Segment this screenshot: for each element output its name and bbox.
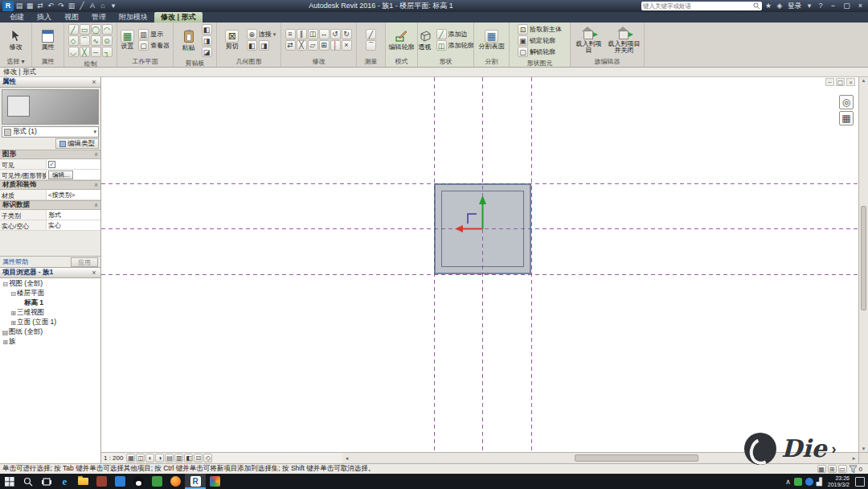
unlock-profiles-button[interactable]: ▢ 解锁轮廓 [517, 47, 563, 57]
dimension-icon[interactable]: ⌒ [366, 40, 376, 51]
collapse-node-icon[interactable]: ⊟ [10, 290, 17, 298]
sign-in-dropdown-icon[interactable]: ▾ [805, 1, 814, 11]
align-icon[interactable]: ≡ [285, 29, 296, 39]
join-geometry-button[interactable]: ⊕ 连接 ▾ [246, 29, 277, 39]
view-restore-icon[interactable]: ▢ [836, 78, 845, 86]
print-icon[interactable]: ▥ [67, 1, 76, 11]
draw-center-arc-icon[interactable]: ◡ [68, 47, 79, 57]
default-3d-view-icon[interactable]: ⌂ [98, 1, 108, 11]
app-menu-button[interactable]: R [2, 1, 14, 11]
load-into-project-and-close-button[interactable]: 载入到项目并关闭 [607, 26, 641, 55]
rotate-icon[interactable]: ↺ [330, 29, 341, 39]
tree-item-level-1[interactable]: 标高 1 [0, 298, 100, 308]
draw-spline-icon[interactable]: ∿ [91, 35, 101, 46]
edit-type-button[interactable]: 编辑类型 [55, 138, 99, 149]
draw-segment-icon[interactable]: ─ [91, 47, 101, 57]
type-selector-dropdown-icon[interactable]: ▾ [93, 129, 96, 135]
tray-expand-icon[interactable]: ∧ [785, 478, 791, 486]
sign-in-button[interactable]: 登录 [786, 2, 803, 11]
show-workplane-button[interactable]: ▥ 显示 [137, 29, 170, 39]
taskbar-app-explorer[interactable] [74, 474, 92, 489]
zoom-tool-icon[interactable]: ▦ [839, 111, 854, 125]
group-label-divide[interactable]: 分割 [474, 57, 509, 67]
viewer-button[interactable]: ▢ 查看器 [137, 40, 170, 51]
scale-icon[interactable]: ▱ [308, 40, 318, 51]
edit-overrides-button[interactable]: 编辑... [48, 171, 73, 179]
solid-void-value[interactable]: 实心 [47, 220, 100, 230]
draw-rectangle-icon[interactable]: ▭ [80, 24, 90, 35]
text-icon[interactable]: A [88, 1, 97, 11]
draw-line-icon[interactable]: ╱ [68, 24, 79, 35]
taskbar-search-button[interactable] [18, 474, 37, 489]
scroll-right-icon[interactable]: ▸ [850, 455, 858, 462]
action-center-icon[interactable] [855, 477, 865, 487]
help-icon[interactable]: ? [816, 1, 825, 11]
scroll-left-icon[interactable]: ◂ [342, 455, 351, 462]
draw-fillet-arc-icon[interactable]: ⌒ [80, 35, 90, 46]
network-icon[interactable]: ▟ [817, 478, 822, 486]
drawing-area[interactable]: − ▢ × ◎ ▦ 1 : 200 ▦ ◫ ◐ ◑ ▤ ▥ ◧ ⊡ ◇ ◂ ▸ … [101, 77, 868, 463]
divide-surface-button[interactable]: ▦ 分割表面 [477, 30, 506, 51]
project-browser-header[interactable]: 项目浏览器 - 族1 × [0, 268, 100, 278]
shadows-icon[interactable]: ◑ [155, 454, 164, 462]
tab-insert[interactable]: 插入 [31, 12, 58, 23]
tab-view[interactable]: 视图 [58, 12, 85, 23]
trim-icon[interactable]: ╳ [297, 40, 307, 51]
tab-addins[interactable]: 附加模块 [113, 12, 154, 23]
subcategory-value[interactable]: 形式 [47, 210, 100, 220]
tree-item-floor-plans[interactable]: ⊟ 楼层平面 [0, 289, 100, 298]
minimize-button[interactable]: − [827, 1, 839, 11]
copy-to-clipboard-icon[interactable]: ◨ [202, 35, 212, 46]
group-label-select[interactable]: 选择 ▾ [0, 57, 31, 67]
view-close-icon[interactable]: × [846, 78, 855, 86]
collapse-icon[interactable]: ∧ [94, 202, 98, 208]
match-type-icon[interactable]: ◪ [202, 47, 212, 57]
design-options-icon[interactable]: ⊞ [828, 465, 837, 473]
maximize-button[interactable]: ▢ [841, 1, 853, 11]
taskbar-app-misc-4[interactable] [206, 474, 224, 489]
tab-create[interactable]: 创建 [3, 12, 31, 23]
vertical-scrollbar[interactable]: ▴ ▾ [858, 77, 868, 452]
redo-icon[interactable]: ↷ [56, 1, 66, 11]
array-icon[interactable]: ⊞ [319, 40, 330, 51]
paste-button[interactable]: 粘贴 [178, 30, 199, 52]
search-box[interactable] [641, 2, 762, 10]
temporary-view-properties-icon[interactable]: ◇ [203, 454, 212, 462]
scroll-down-icon[interactable]: ▾ [859, 446, 868, 452]
favorites-icon[interactable]: ★ [764, 1, 773, 11]
pick-new-host-button[interactable]: ⊡ 拾取新主体 [517, 24, 563, 35]
mirror-icon[interactable]: ◫ [308, 29, 318, 39]
antivirus-tray-icon[interactable] [794, 478, 802, 486]
qat-dropdown-icon[interactable]: ▾ [108, 1, 118, 11]
tree-item-views[interactable]: ⊟ 视图 (全部) [0, 279, 100, 289]
swap-icon[interactable]: ⇄ [285, 40, 296, 51]
view-minimize-icon[interactable]: − [825, 78, 834, 86]
open-icon[interactable]: ▤ [14, 1, 24, 11]
taskbar-app-misc-1[interactable] [92, 474, 111, 489]
visual-style-icon[interactable]: ◫ [136, 454, 145, 462]
cut-geometry-button[interactable]: ⊠ 剪切 [221, 30, 244, 51]
start-button[interactable] [0, 474, 18, 489]
exchange-apps-icon[interactable]: ◈ [775, 1, 784, 11]
properties-help-link[interactable]: 属性帮助 [2, 257, 28, 266]
tree-item-sheets[interactable]: ▤ 图纸 (全部) [0, 327, 100, 337]
properties-header[interactable]: 属性 × [0, 77, 100, 88]
properties-close-icon[interactable]: × [90, 78, 98, 86]
draw-point-icon[interactable]: ⊙ [102, 35, 113, 46]
tree-item-elevations[interactable]: ⊞ 立面 (立面 1) [0, 318, 100, 327]
tree-item-3d-views[interactable]: ⊞ 三维视图 [0, 308, 100, 318]
add-edge-button[interactable]: ╱ 添加边 [436, 29, 475, 39]
pin-icon[interactable]: │ [330, 40, 341, 51]
section-materials[interactable]: 材质和装饰 ∧ [0, 180, 100, 190]
paint-icon[interactable]: ◧ [247, 40, 257, 51]
sync-icon[interactable]: ⇄ [35, 1, 45, 11]
tab-modify-form[interactable]: 修改 | 形式 [154, 12, 203, 23]
move-icon[interactable]: ↔ [319, 29, 330, 39]
taskbar-app-qq[interactable] [129, 474, 148, 489]
filter-icon[interactable] [849, 465, 858, 474]
steering-wheel-icon[interactable]: ◎ [839, 95, 854, 109]
collapse-icon[interactable]: ∧ [94, 151, 98, 158]
add-profile-button[interactable]: ◫ 添加轮廓 [436, 40, 475, 51]
apply-button[interactable]: 应用 [71, 257, 98, 267]
draw-circle-icon[interactable]: ◯ [91, 24, 101, 35]
